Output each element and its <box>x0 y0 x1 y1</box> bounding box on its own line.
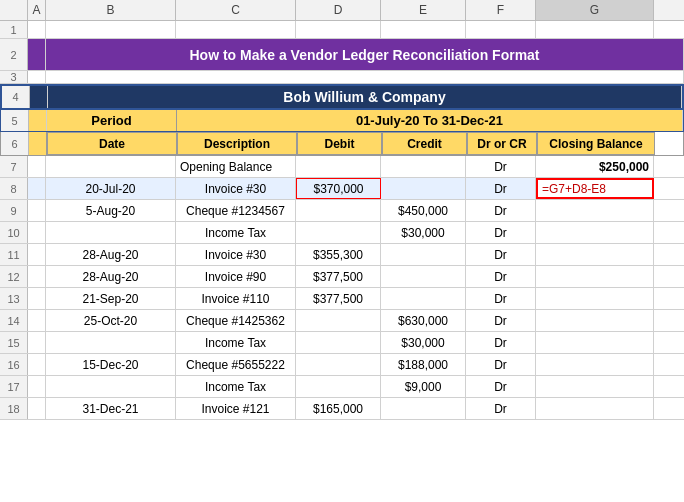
r9-desc: Cheque #1234567 <box>176 200 296 221</box>
r7-debit <box>296 156 381 177</box>
r13-drcr: Dr <box>466 288 536 309</box>
r9-date: 5-Aug-20 <box>46 200 176 221</box>
r14-debit <box>296 310 381 331</box>
r9-a <box>28 200 46 221</box>
r8-a <box>28 178 46 199</box>
row-10: 10 Income Tax $30,000 Dr <box>0 222 684 244</box>
row-num-4: 4 <box>2 86 30 108</box>
r15-closing <box>536 332 654 353</box>
r13-credit <box>381 288 466 309</box>
r18-a <box>28 398 46 419</box>
col-c-header: C <box>176 0 296 20</box>
r15-desc: Income Tax <box>176 332 296 353</box>
r13-a <box>28 288 46 309</box>
r17-date <box>46 376 176 397</box>
r17-debit <box>296 376 381 397</box>
spreadsheet: A B C D E F G 1 2 How to Make a Vendor L… <box>0 0 684 420</box>
row-num-12: 12 <box>0 266 28 287</box>
r1-c <box>176 21 296 38</box>
r10-credit: $30,000 <box>381 222 466 243</box>
row-num-18: 18 <box>0 398 28 419</box>
r13-debit: $377,500 <box>296 288 381 309</box>
row-num-1: 1 <box>0 21 28 38</box>
r7-desc: Opening Balance <box>176 156 296 177</box>
r15-drcr: Dr <box>466 332 536 353</box>
col-g-header: G <box>536 0 654 20</box>
r14-desc: Cheque #1425362 <box>176 310 296 331</box>
r11-desc: Invoice #30 <box>176 244 296 265</box>
r1-a <box>28 21 46 38</box>
r8-desc: Invoice #30 <box>176 178 296 199</box>
col-a-header: A <box>28 0 46 20</box>
row-num-14: 14 <box>0 310 28 331</box>
r9-debit <box>296 200 381 221</box>
row-11: 11 28-Aug-20 Invoice #30 $355,300 Dr <box>0 244 684 266</box>
header-drcr: Dr or CR <box>467 132 537 155</box>
row-num-3: 3 <box>0 71 28 83</box>
r8-drcr: Dr <box>466 178 536 199</box>
r7-date <box>46 156 176 177</box>
col-e-header: E <box>381 0 466 20</box>
col-f-header: F <box>466 0 536 20</box>
row-1: 1 <box>0 21 684 39</box>
r11-debit: $355,300 <box>296 244 381 265</box>
row-5: 5 Period 01-July-20 To 31-Dec-21 <box>0 110 684 132</box>
r11-date: 28-Aug-20 <box>46 244 176 265</box>
column-header-row: A B C D E F G <box>0 0 684 21</box>
row-num-15: 15 <box>0 332 28 353</box>
header-debit: Debit <box>297 132 382 155</box>
r10-date <box>46 222 176 243</box>
row-8: 8 20-Jul-20 Invoice #30 $370,000 Dr =G7+… <box>0 178 684 200</box>
r18-date: 31-Dec-21 <box>46 398 176 419</box>
r15-credit: $30,000 <box>381 332 466 353</box>
period-label-cell: Period <box>47 110 177 131</box>
row-14: 14 25-Oct-20 Cheque #1425362 $630,000 Dr <box>0 310 684 332</box>
r11-credit <box>381 244 466 265</box>
r16-credit: $188,000 <box>381 354 466 375</box>
row-15: 15 Income Tax $30,000 Dr <box>0 332 684 354</box>
r9-credit: $450,000 <box>381 200 466 221</box>
r17-drcr: Dr <box>466 376 536 397</box>
r11-a <box>28 244 46 265</box>
r18-closing <box>536 398 654 419</box>
r12-credit <box>381 266 466 287</box>
r11-closing <box>536 244 654 265</box>
r7-closing: $250,000 <box>536 156 654 177</box>
row-num-16: 16 <box>0 354 28 375</box>
col-d-header: D <box>296 0 381 20</box>
r10-a <box>28 222 46 243</box>
col-b-header: B <box>46 0 176 20</box>
period-value-cell: 01-July-20 To 31-Dec-21 <box>177 110 683 131</box>
r18-debit: $165,000 <box>296 398 381 419</box>
r11-drcr: Dr <box>466 244 536 265</box>
r18-desc: Invoice #121 <box>176 398 296 419</box>
company-name: Bob Willium & Company <box>48 86 682 108</box>
row-12: 12 28-Aug-20 Invoice #90 $377,500 Dr <box>0 266 684 288</box>
r12-desc: Invoice #90 <box>176 266 296 287</box>
r13-date: 21-Sep-20 <box>46 288 176 309</box>
r1-b <box>46 21 176 38</box>
r17-closing <box>536 376 654 397</box>
r17-credit: $9,000 <box>381 376 466 397</box>
row-9: 9 5-Aug-20 Cheque #1234567 $450,000 Dr <box>0 200 684 222</box>
row-num-7: 7 <box>0 156 28 177</box>
r15-date <box>46 332 176 353</box>
r17-desc: Income Tax <box>176 376 296 397</box>
row-2: 2 How to Make a Vendor Ledger Reconcilia… <box>0 39 684 71</box>
r9-drcr: Dr <box>466 200 536 221</box>
row-3: 3 <box>0 71 684 84</box>
r1-d <box>296 21 381 38</box>
r8-credit <box>381 178 466 199</box>
header-date: Date <box>47 132 177 155</box>
r13-closing <box>536 288 654 309</box>
r8-closing: =G7+D8-E8 <box>536 178 654 199</box>
r16-a <box>28 354 46 375</box>
r16-desc: Cheque #5655222 <box>176 354 296 375</box>
row-num-11: 11 <box>0 244 28 265</box>
r15-a <box>28 332 46 353</box>
r14-a <box>28 310 46 331</box>
r13-desc: Invoice #110 <box>176 288 296 309</box>
r17-a <box>28 376 46 397</box>
r7-drcr: Dr <box>466 156 536 177</box>
r10-closing <box>536 222 654 243</box>
